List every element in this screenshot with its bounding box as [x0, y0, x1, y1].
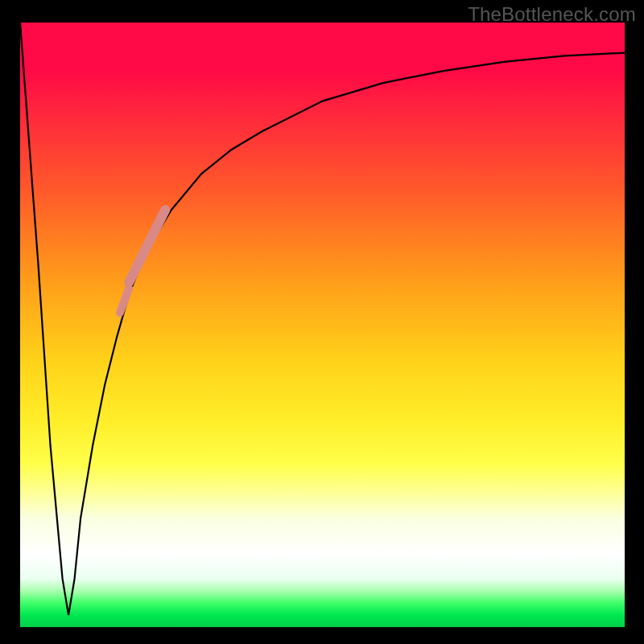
highlight-pill-large: [129, 210, 165, 283]
chart-frame: TheBottleneck.com: [0, 0, 644, 644]
watermark-text: TheBottleneck.com: [468, 3, 636, 26]
curve-layer: [20, 23, 625, 627]
highlight-pill-small: [120, 288, 129, 312]
plot-area: [20, 23, 625, 627]
bottleneck-curve: [20, 23, 625, 615]
